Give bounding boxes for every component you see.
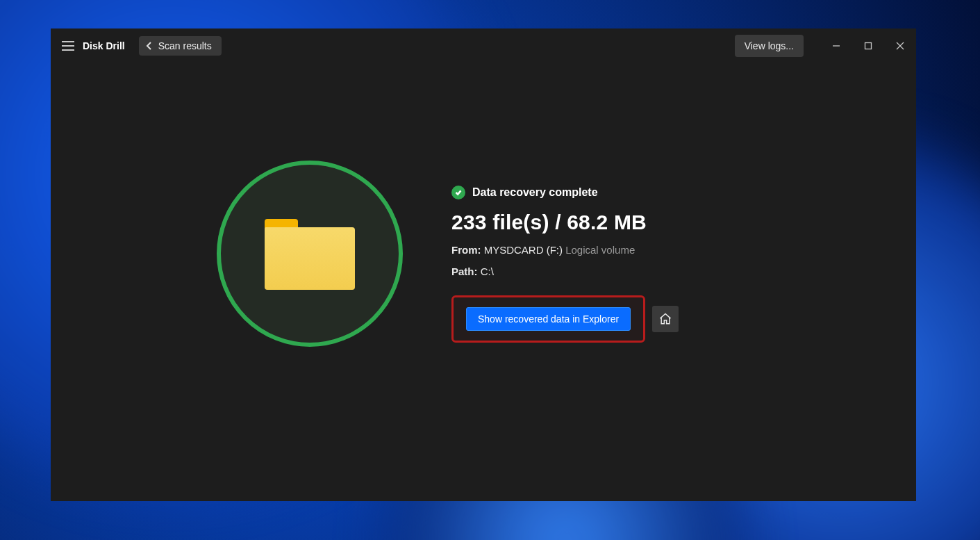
app-title: Disk Drill (83, 40, 125, 51)
show-in-explorer-button[interactable]: Show recovered data in Explorer (466, 307, 631, 331)
chevron-left-icon (146, 41, 153, 51)
window-controls (820, 28, 916, 63)
close-button[interactable] (884, 28, 916, 63)
from-label: From: (451, 244, 481, 256)
folder-icon (265, 219, 355, 288)
app-window: Disk Drill Scan results View logs... (51, 28, 916, 501)
from-value: MYSDCARD (F:) (484, 244, 563, 256)
from-type: Logical volume (565, 244, 635, 256)
svg-rect-1 (865, 43, 872, 49)
path-value: C:\ (481, 265, 494, 277)
minimize-button[interactable] (820, 28, 852, 63)
recovery-summary: 233 file(s) / 68.2 MB (451, 211, 750, 234)
view-logs-button[interactable]: View logs... (735, 35, 804, 57)
titlebar: Disk Drill Scan results View logs... (51, 28, 916, 63)
close-icon (896, 42, 904, 50)
content-area: Data recovery complete 233 file(s) / 68.… (51, 63, 916, 501)
back-to-scan-results-button[interactable]: Scan results (139, 36, 222, 56)
maximize-button[interactable] (852, 28, 884, 63)
path-line: Path: C:\ (451, 265, 750, 277)
back-label: Scan results (158, 40, 212, 51)
annotation-highlight: Show recovered data in Explorer (451, 295, 645, 343)
action-row: Show recovered data in Explorer (451, 295, 750, 343)
home-button[interactable] (652, 306, 679, 332)
minimize-icon (832, 42, 840, 50)
status-row: Data recovery complete (451, 186, 750, 199)
status-text: Data recovery complete (472, 186, 598, 199)
checkmark-icon (451, 186, 465, 199)
path-label: Path: (451, 265, 478, 277)
menu-icon[interactable] (60, 38, 76, 54)
from-line: From: MYSDCARD (F:) Logical volume (451, 244, 750, 256)
recovery-info: Data recovery complete 233 file(s) / 68.… (451, 161, 750, 343)
recovery-complete-graphic (217, 161, 403, 347)
maximize-icon (864, 42, 872, 50)
home-icon (658, 312, 672, 326)
